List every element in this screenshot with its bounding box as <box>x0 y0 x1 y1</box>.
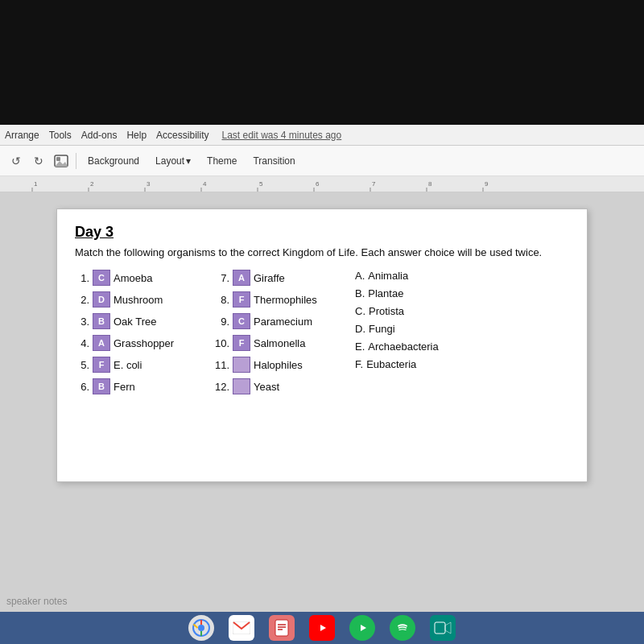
top-black-area <box>0 0 644 125</box>
question-item-5: 5.FE. coli <box>75 357 204 373</box>
question-item-9: 9.CParamecium <box>215 313 344 329</box>
choice-item-2: C. Protista <box>355 305 460 317</box>
question-text: Mushroom <box>114 294 163 306</box>
answer-box[interactable] <box>233 378 250 394</box>
svg-text:9: 9 <box>485 180 489 188</box>
svg-rect-30 <box>435 622 445 634</box>
gmail-icon[interactable] <box>229 615 254 641</box>
svg-point-29 <box>394 620 411 636</box>
question-text: Giraffe <box>254 272 285 284</box>
svg-marker-31 <box>445 622 451 634</box>
question-item-11: 11.Halophiles <box>215 357 344 373</box>
theme-button[interactable]: Theme <box>200 152 243 170</box>
question-number: 4. <box>75 337 89 349</box>
slide-instruction: Match the following organisms to the cor… <box>75 246 569 260</box>
answer-box[interactable]: D <box>93 291 110 308</box>
spotify-icon[interactable] <box>390 615 415 641</box>
svg-rect-24 <box>275 620 288 636</box>
play-icon[interactable] <box>349 615 375 641</box>
svg-rect-1 <box>56 157 60 161</box>
svg-text:7: 7 <box>372 180 376 188</box>
choice-text: Fungi <box>369 323 395 335</box>
question-item-6: 6.BFern <box>75 378 204 394</box>
speaker-notes-label: speaker notes <box>6 596 67 607</box>
redo-button[interactable]: ↻ <box>29 151 48 171</box>
choice-item-3: D. Fungi <box>355 323 460 335</box>
svg-text:6: 6 <box>316 180 320 188</box>
question-number: 6. <box>75 381 89 393</box>
answer-box[interactable]: C <box>93 270 110 286</box>
answer-choices-col: A. AnimaliaB. PlantaeC. ProtistaD. Fungi… <box>355 270 460 370</box>
question-text: Oak Tree <box>114 316 156 328</box>
question-number: 7. <box>215 272 229 284</box>
questions-col1: 1.CAmoeba2.DMushroom3.BOak Tree4.AGrassh… <box>75 270 204 394</box>
image-icon[interactable] <box>52 151 71 171</box>
answer-box[interactable] <box>233 357 250 373</box>
files-icon[interactable] <box>269 615 295 641</box>
svg-text:5: 5 <box>259 180 263 188</box>
question-text: Yeast <box>254 381 279 393</box>
question-item-4: 4.AGrasshopper <box>75 335 204 351</box>
toolbar: ↺ ↻ Background Layout ▾ Theme Transition <box>0 146 644 176</box>
svg-text:2: 2 <box>90 180 94 188</box>
question-number: 11. <box>215 359 229 371</box>
answer-box[interactable]: A <box>93 335 110 351</box>
question-number: 3. <box>75 316 89 328</box>
choice-text: Protista <box>369 305 404 317</box>
choice-item-1: B. Plantae <box>355 287 460 299</box>
menu-tools[interactable]: Tools <box>49 130 72 141</box>
background-button[interactable]: Background <box>81 152 146 170</box>
layout-button[interactable]: Layout ▾ <box>149 152 197 170</box>
question-text: Halophiles <box>254 359 303 371</box>
svg-text:8: 8 <box>428 180 432 188</box>
question-text: Amoeba <box>114 272 152 284</box>
menu-addons[interactable]: Add-ons <box>81 130 118 141</box>
choice-item-5: F. Eubacteria <box>355 358 460 370</box>
ruler: 1 2 3 4 5 6 7 8 9 <box>0 176 644 192</box>
youtube-icon[interactable] <box>309 615 335 641</box>
answer-box[interactable]: B <box>93 378 110 394</box>
question-item-12: 12.Yeast <box>215 378 344 394</box>
answer-box[interactable]: B <box>93 313 110 329</box>
choice-letter: A. <box>355 270 365 282</box>
menu-bar: Arrange Tools Add-ons Help Accessibility… <box>0 125 644 146</box>
transition-button[interactable]: Transition <box>246 152 301 170</box>
choice-item-0: A. Animalia <box>355 270 460 282</box>
svg-text:4: 4 <box>203 180 207 188</box>
last-edit-label: Last edit was 4 minutes ago <box>221 130 341 141</box>
question-item-1: 1.CAmoeba <box>75 270 204 286</box>
svg-text:1: 1 <box>34 180 38 188</box>
menu-accessibility[interactable]: Accessibility <box>156 130 208 141</box>
svg-marker-2 <box>55 161 68 167</box>
question-item-2: 2.DMushroom <box>75 291 204 308</box>
question-text: Paramecium <box>254 316 312 328</box>
taskbar <box>0 612 644 644</box>
choice-text: Plantae <box>368 287 403 299</box>
slide-title: Day 3 <box>75 224 569 241</box>
answer-box[interactable]: F <box>233 335 250 351</box>
question-number: 1. <box>75 272 89 284</box>
choice-letter: E. <box>355 341 365 353</box>
choice-letter: F. <box>355 358 363 370</box>
choice-letter: D. <box>355 323 365 335</box>
divider-1 <box>76 153 76 169</box>
svg-text:3: 3 <box>147 180 151 188</box>
menu-arrange[interactable]: Arrange <box>5 130 39 141</box>
slide: Day 3 Match the following organisms to t… <box>56 208 588 482</box>
chrome-icon[interactable] <box>188 615 214 641</box>
menu-help[interactable]: Help <box>126 130 147 141</box>
question-text: Salmonella <box>254 337 305 349</box>
question-text: Thermophiles <box>254 294 317 306</box>
choice-item-4: E. Archaebacteria <box>355 341 460 353</box>
undo-button[interactable]: ↺ <box>6 151 26 171</box>
choice-text: Eubacteria <box>366 358 416 370</box>
meet-icon[interactable] <box>430 615 456 641</box>
question-number: 9. <box>215 316 229 328</box>
answer-box[interactable]: F <box>93 357 110 373</box>
question-item-8: 8.FThermophiles <box>215 291 344 308</box>
answer-box[interactable]: F <box>233 291 250 308</box>
answer-box[interactable]: C <box>233 313 250 329</box>
choice-letter: C. <box>355 305 365 317</box>
question-number: 5. <box>75 359 89 371</box>
answer-box[interactable]: A <box>233 270 250 286</box>
